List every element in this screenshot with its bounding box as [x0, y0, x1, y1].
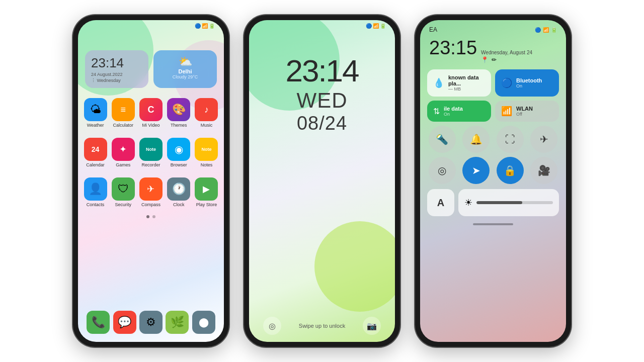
dock-phone[interactable]: 📞	[87, 311, 110, 334]
weather-desc: Cloudy 29°C	[159, 74, 211, 79]
status-bar: 🔵 📶 🔋	[78, 20, 224, 31]
lock-signal-icon: 📶	[373, 23, 379, 29]
app-calendar[interactable]: 24 Calendar	[83, 138, 108, 167]
app-contacts[interactable]: 👤 Contacts	[83, 177, 108, 207]
app-row-3: 👤 Contacts 🛡 Security ✈ Compass 🕐 Clock …	[78, 172, 224, 212]
phone-2: 🔵 📶 🔋 23:14 WED 08/24 ◎ Swipe up to unlo…	[244, 15, 400, 347]
cc-location-icon: 📍	[481, 56, 489, 63]
cc-lock-btn[interactable]: 🔒	[497, 157, 524, 184]
clock-app-icon: 🕐	[167, 177, 190, 201]
app-browser[interactable]: ◉ Browser	[167, 138, 191, 167]
cc-time-detail: Wednesday, August 24	[481, 50, 532, 55]
brightness-bar[interactable]	[476, 201, 553, 204]
app-dock: 📞 💬 ⚙ 🌿 ⬤	[78, 307, 224, 338]
browser-app-icon: ◉	[167, 138, 190, 161]
weather-widget[interactable]: ⛅ Delhi Cloudy 29°C	[153, 50, 217, 88]
signal-icon: 📶	[202, 23, 208, 29]
cc-edit-icon[interactable]: ✏	[492, 56, 497, 63]
cc-font-btn[interactable]: A	[427, 189, 454, 216]
cc-brightness-control[interactable]: ☀	[458, 189, 559, 216]
clock-app-label: Clock	[173, 202, 185, 207]
clock-date: 24 August.2022	[91, 72, 142, 77]
app-recorder[interactable]: Note Recorder	[138, 138, 163, 167]
app-security[interactable]: 🛡 Security	[111, 177, 135, 207]
cc-screen-btn[interactable]: ⛶	[497, 126, 524, 153]
app-themes[interactable]: 🎨 Themes	[167, 98, 191, 128]
app-games[interactable]: ✦ Games	[111, 138, 135, 167]
phone-1-background: 🔵 📶 🔋 23:14 24 August.2022 ⋮ Wednesday ⛅…	[78, 20, 224, 342]
phone-2-screen: 🔵 📶 🔋 23:14 WED 08/24 ◎ Swipe up to unlo…	[249, 20, 395, 342]
weather-icon: ⛅	[159, 55, 211, 68]
mivideo-app-label: Mi Video	[142, 123, 160, 128]
app-notes[interactable]: Note Notes	[194, 138, 219, 167]
cc-mobile-data-tile[interactable]: ⇅ ile data On	[427, 101, 491, 122]
cc-location-btn[interactable]: ➤	[462, 157, 490, 184]
lock-camera-icon[interactable]: 📷	[363, 317, 381, 335]
calendar-app-icon: 24	[84, 138, 107, 161]
dock-messages[interactable]: 💬	[113, 311, 136, 334]
playstore-app-label: Play Store	[196, 202, 217, 207]
lock-status-icons: 🔵 📶 🔋	[366, 23, 386, 29]
cc-airplane-btn[interactable]: ✈	[530, 126, 557, 153]
music-app-icon: ♪	[195, 98, 218, 121]
mobile-data-title: ile data	[444, 106, 463, 112]
app-compass[interactable]: ✈ Compass	[138, 177, 163, 207]
security-app-label: Security	[115, 202, 132, 207]
weather-city: Delhi	[159, 68, 211, 74]
lock-status-bar: 🔵 📶 🔋	[249, 20, 395, 31]
compass-app-label: Compass	[141, 202, 160, 207]
calculator-app-icon: ≡	[112, 98, 135, 121]
notes-app-label: Notes	[201, 162, 213, 167]
cc-video-btn[interactable]: 🎥	[530, 157, 557, 184]
dock-settings[interactable]: ⚙	[139, 311, 163, 334]
cc-tiles-row-1: 💧 known data pla... — MB 🔵 Bluetooth On	[427, 69, 559, 97]
lock-battery-icon: 🔋	[380, 23, 386, 29]
cc-alarm-btn[interactable]: 🔔	[462, 126, 490, 153]
phone-3-screen: EA 🔵 📶 🔋 23:15 Wednesday, August 24 📍 ✏	[420, 20, 566, 342]
mobile-data-text: ile data On	[444, 106, 463, 117]
app-calculator[interactable]: ≡ Calculator	[111, 98, 135, 128]
app-mivideo[interactable]: C Mi Video	[138, 98, 163, 128]
lock-fingerprint-icon[interactable]: ◎	[263, 317, 281, 335]
games-app-icon: ✦	[112, 138, 135, 161]
cc-wlan-tile[interactable]: 📶 WLAN Off	[495, 101, 559, 122]
weather-app-icon: 🌤	[84, 98, 107, 121]
notes-app-icon: Note	[195, 138, 218, 161]
cc-status-icons: 🔵 📶 🔋	[535, 27, 557, 33]
app-music[interactable]: ♪ Music	[194, 98, 219, 128]
cc-bottom-controls: A ☀	[420, 186, 566, 219]
dock-gallery[interactable]: 🌿	[166, 311, 189, 334]
cc-data-plan-tile[interactable]: 💧 known data pla... — MB	[427, 69, 491, 97]
app-weather[interactable]: 🌤 Weather	[83, 98, 108, 128]
brightness-icon: ☀	[464, 197, 472, 208]
bluetooth-text: Bluetooth On	[516, 77, 542, 88]
bluetooth-icon: 🔵	[195, 23, 201, 29]
app-row-2: 24 Calendar ✦ Games Note Recorder ◉ Brow…	[78, 133, 224, 172]
app-row-1: 🌤 Weather ≡ Calculator C Mi Video 🎨 Them…	[78, 93, 224, 133]
cc-time: 23:15	[429, 37, 477, 59]
cc-tiles-row-2: ⇅ ile data On 📶 WLAN Off	[427, 101, 559, 122]
cc-carrier: EA	[429, 26, 437, 33]
clock-widget[interactable]: 23:14 24 August.2022 ⋮ Wednesday	[85, 50, 148, 88]
lock-day: WED	[297, 88, 348, 113]
clock-day: ⋮ Wednesday	[91, 78, 142, 83]
lock-time: 23:14	[285, 53, 358, 88]
themes-app-icon: 🎨	[167, 98, 190, 121]
cc-bluetooth-tile[interactable]: 🔵 Bluetooth On	[495, 69, 559, 97]
phone-2-background: 🔵 📶 🔋 23:14 WED 08/24 ◎ Swipe up to unlo…	[249, 20, 395, 342]
contacts-app-icon: 👤	[84, 177, 107, 201]
phone-1: 🔵 📶 🔋 23:14 24 August.2022 ⋮ Wednesday ⛅…	[73, 15, 229, 347]
dock-camera[interactable]: ⬤	[192, 311, 215, 334]
font-label: A	[437, 197, 444, 209]
calculator-app-label: Calculator	[113, 123, 134, 128]
cc-flashlight-btn[interactable]: 🔦	[429, 126, 456, 153]
phone-3-background: EA 🔵 📶 🔋 23:15 Wednesday, August 24 📍 ✏	[420, 20, 566, 342]
contacts-app-label: Contacts	[87, 202, 105, 207]
recorder-app-icon: Note	[139, 138, 163, 161]
mobile-data-icon: ⇅	[433, 107, 440, 116]
lock-bg-blob-2	[314, 221, 395, 312]
page-dots	[78, 212, 224, 221]
cc-nfc-btn[interactable]: ◎	[429, 157, 456, 184]
app-clock[interactable]: 🕐 Clock	[167, 177, 191, 207]
app-playstore[interactable]: ▶ Play Store	[194, 177, 219, 207]
